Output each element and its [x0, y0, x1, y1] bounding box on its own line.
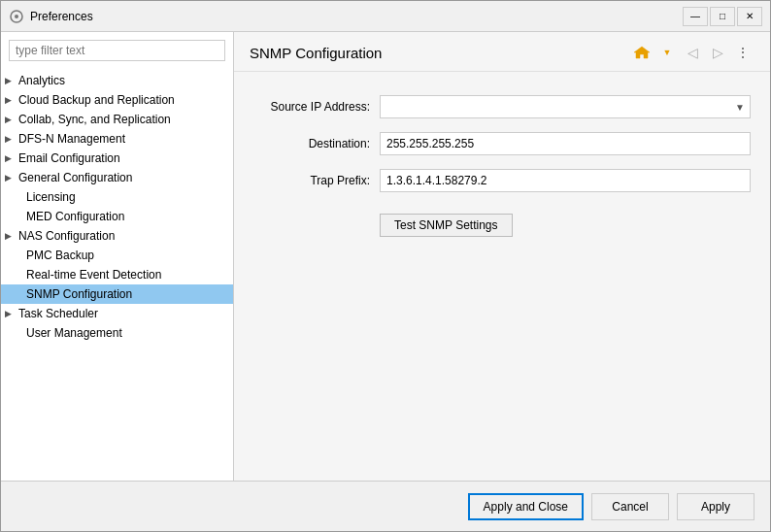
- footer: Apply and Close Cancel Apply: [1, 481, 770, 531]
- source-ip-row: Source IP Address: ▼: [253, 95, 751, 118]
- window-controls: — □ ✕: [683, 7, 762, 26]
- window-icon: [9, 9, 24, 24]
- destination-row: Destination:: [253, 132, 751, 155]
- trap-prefix-row: Trap Prefix:: [253, 169, 751, 192]
- sidebar-item-collab-sync[interactable]: ▶Collab, Sync, and Replication: [1, 110, 233, 129]
- close-button[interactable]: ✕: [737, 7, 762, 26]
- sidebar-item-label: Licensing: [26, 190, 76, 204]
- sidebar-item-dfs-n[interactable]: ▶DFS-N Management: [1, 129, 233, 149]
- sidebar-item-label: Analytics: [18, 74, 65, 87]
- destination-input[interactable]: [380, 132, 751, 155]
- expand-arrow-icon: ▶: [5, 153, 18, 163]
- filter-input[interactable]: [9, 40, 225, 61]
- sidebar-item-label: DFS-N Management: [18, 132, 125, 146]
- source-ip-select[interactable]: [380, 95, 751, 118]
- svg-point-1: [15, 15, 18, 18]
- sidebar-list: ▶Analytics▶Cloud Backup and Replication▶…: [1, 69, 233, 481]
- sidebar-item-licensing[interactable]: Licensing: [1, 187, 233, 207]
- back-button[interactable]: ◁: [681, 42, 704, 63]
- sidebar-item-user-management[interactable]: User Management: [1, 323, 233, 343]
- destination-label: Destination:: [253, 137, 380, 150]
- expand-arrow-icon: ▶: [5, 309, 18, 318]
- sidebar-item-snmp-config[interactable]: SNMP Configuration: [1, 284, 233, 304]
- content-area: ▶Analytics▶Cloud Backup and Replication▶…: [1, 32, 770, 481]
- expand-arrow-icon: ▶: [5, 134, 18, 144]
- sidebar-item-label: Collab, Sync, and Replication: [18, 113, 171, 126]
- window-title: Preferences: [30, 10, 683, 23]
- sidebar: ▶Analytics▶Cloud Backup and Replication▶…: [1, 32, 234, 481]
- test-snmp-button[interactable]: Test SNMP Settings: [380, 214, 513, 237]
- cancel-button[interactable]: Cancel: [591, 493, 669, 520]
- sidebar-item-label: MED Configuration: [26, 210, 124, 223]
- nav-home-button[interactable]: [630, 42, 654, 63]
- sidebar-item-label: Cloud Backup and Replication: [18, 93, 175, 107]
- form-area: Source IP Address: ▼ Destination: Trap P…: [234, 72, 770, 481]
- title-bar: Preferences — □ ✕: [1, 1, 770, 32]
- sidebar-item-label: General Configuration: [18, 171, 132, 184]
- main-header: SNMP Configuration ▼ ◁ ▷ ⋮: [234, 32, 770, 72]
- toolbar-icons: ▼ ◁ ▷ ⋮: [630, 42, 754, 63]
- source-ip-wrapper: ▼: [380, 95, 751, 118]
- sidebar-item-email-config[interactable]: ▶Email Configuration: [1, 149, 233, 168]
- sidebar-item-label: NAS Configuration: [18, 229, 115, 243]
- expand-arrow-icon: ▶: [5, 95, 18, 105]
- apply-button[interactable]: Apply: [677, 493, 754, 520]
- sidebar-item-nas-config[interactable]: ▶NAS Configuration: [1, 226, 233, 246]
- sidebar-item-label: Real-time Event Detection: [26, 268, 161, 282]
- expand-arrow-icon: ▶: [5, 173, 18, 183]
- sidebar-item-realtime-event[interactable]: Real-time Event Detection: [1, 265, 233, 284]
- main-panel: SNMP Configuration ▼ ◁ ▷ ⋮ Source IP Add…: [234, 32, 770, 481]
- sidebar-item-label: Task Scheduler: [18, 307, 98, 320]
- sidebar-item-med-config[interactable]: MED Configuration: [1, 207, 233, 226]
- sidebar-item-cloud-backup[interactable]: ▶Cloud Backup and Replication: [1, 90, 233, 110]
- sidebar-item-label: Email Configuration: [18, 151, 120, 165]
- trap-prefix-label: Trap Prefix:: [253, 174, 380, 187]
- apply-close-button[interactable]: Apply and Close: [468, 493, 584, 520]
- maximize-button[interactable]: □: [710, 7, 735, 26]
- source-ip-label: Source IP Address:: [253, 100, 380, 114]
- page-title: SNMP Configuration: [250, 45, 630, 61]
- preferences-window: Preferences — □ ✕ ▶Analytics▶Cloud Backu…: [0, 0, 771, 532]
- more-menu-button[interactable]: ⋮: [731, 42, 754, 63]
- trap-prefix-input[interactable]: [380, 169, 751, 192]
- expand-arrow-icon: ▶: [5, 231, 18, 241]
- sidebar-item-general-config[interactable]: ▶General Configuration: [1, 168, 233, 187]
- sidebar-item-analytics[interactable]: ▶Analytics: [1, 71, 233, 90]
- sidebar-item-pmc-backup[interactable]: PMC Backup: [1, 246, 233, 265]
- sidebar-item-task-scheduler[interactable]: ▶Task Scheduler: [1, 304, 233, 323]
- minimize-button[interactable]: —: [683, 7, 708, 26]
- sidebar-item-label: User Management: [26, 326, 122, 340]
- svg-marker-2: [634, 47, 650, 58]
- expand-arrow-icon: ▶: [5, 115, 18, 124]
- expand-arrow-icon: ▶: [5, 76, 18, 85]
- sidebar-item-label: SNMP Configuration: [26, 287, 132, 301]
- forward-button[interactable]: ▷: [706, 42, 729, 63]
- dropdown-arrow-button[interactable]: ▼: [655, 42, 679, 63]
- sidebar-item-label: PMC Backup: [26, 249, 94, 262]
